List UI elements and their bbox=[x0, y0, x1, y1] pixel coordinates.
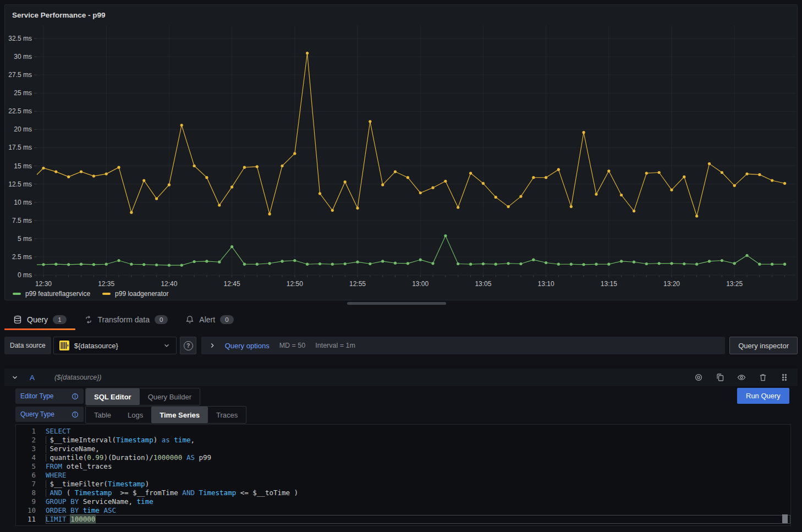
eye-icon[interactable] bbox=[737, 373, 746, 382]
transform-icon bbox=[84, 315, 93, 324]
svg-text:27.5 ms: 27.5 ms bbox=[8, 71, 32, 79]
info-circle-icon bbox=[72, 411, 79, 418]
database-icon bbox=[13, 315, 22, 324]
timeseries-panel: Service Performance - p99 0 ms2.5 ms5 ms… bbox=[4, 4, 798, 300]
datasource-toolbar: Data source ${datasource} ? Query option… bbox=[4, 337, 798, 354]
series-swatch-yellow bbox=[102, 293, 111, 295]
svg-text:13:00: 13:00 bbox=[412, 280, 429, 288]
svg-text:20 ms: 20 ms bbox=[14, 125, 32, 133]
svg-text:13:15: 13:15 bbox=[601, 280, 617, 288]
code-line[interactable]: 11LIMIT 100000 bbox=[16, 515, 790, 524]
clickhouse-icon bbox=[59, 341, 69, 350]
line-number: 7 bbox=[16, 480, 36, 489]
editor-type-label: Editor Type bbox=[15, 388, 84, 404]
code-line[interactable]: 1SELECT bbox=[16, 427, 790, 436]
svg-text:12:35: 12:35 bbox=[98, 280, 114, 288]
svg-text:2.5 ms: 2.5 ms bbox=[12, 253, 32, 261]
svg-text:22.5 ms: 22.5 ms bbox=[8, 107, 32, 115]
query-options-row[interactable]: Query options MD = 50 Interval = 1m bbox=[201, 337, 726, 354]
timeseries-chart[interactable]: 0 ms2.5 ms5 ms7.5 ms10 ms12.5 ms15 ms17.… bbox=[5, 5, 797, 300]
tab-label: Alert bbox=[199, 315, 215, 324]
trash-icon[interactable] bbox=[759, 373, 767, 382]
svg-text:25 ms: 25 ms bbox=[14, 89, 32, 97]
query-ref-id[interactable]: A bbox=[30, 374, 35, 382]
svg-text:10 ms: 10 ms bbox=[14, 199, 32, 206]
code-line[interactable]: 4 quantile(0.99)(Duration)/1000000 AS p9… bbox=[16, 453, 790, 462]
chevron-right-icon bbox=[208, 342, 216, 349]
query-row-actions bbox=[694, 373, 789, 382]
series-swatch-green bbox=[13, 293, 21, 295]
tab-query-count-badge: 1 bbox=[53, 315, 66, 324]
svg-text:5 ms: 5 ms bbox=[18, 235, 32, 243]
copy-icon[interactable] bbox=[716, 373, 724, 382]
line-number: 3 bbox=[16, 445, 36, 453]
legend-item-featureflagservice[interactable]: p99 featureflagservice bbox=[13, 290, 90, 298]
run-query-button[interactable]: Run Query bbox=[737, 388, 789, 404]
datasource-value: ${datasource} bbox=[74, 342, 158, 350]
query-options-interval: Interval = 1m bbox=[315, 342, 355, 349]
svg-text:17.5 ms: 17.5 ms bbox=[8, 144, 32, 151]
query-inspector-button[interactable]: Query inspector bbox=[729, 337, 798, 354]
legend-item-loadgenerator[interactable]: p99 loadgenerator bbox=[102, 290, 168, 298]
info-circle-icon bbox=[72, 393, 79, 400]
chevron-down-icon[interactable] bbox=[11, 374, 19, 381]
query-type-label: Query Type bbox=[15, 407, 84, 422]
query-type-logs[interactable]: Logs bbox=[119, 407, 151, 423]
donut-circle-icon[interactable] bbox=[694, 373, 703, 382]
code-line[interactable]: 10ORDER BY time ASC bbox=[16, 506, 790, 515]
drag-handle-icon[interactable] bbox=[780, 373, 789, 382]
line-number: 9 bbox=[16, 497, 36, 506]
chart-legend: p99 featureflagservice p99 loadgenerator bbox=[13, 290, 169, 298]
query-options-label: Query options bbox=[225, 342, 270, 350]
code-line[interactable]: 8 AND ( Timestamp >= $__fromTime AND Tim… bbox=[16, 489, 790, 497]
bell-icon bbox=[185, 315, 194, 324]
svg-text:30 ms: 30 ms bbox=[14, 53, 32, 61]
tab-query[interactable]: Query 1 bbox=[4, 309, 75, 330]
svg-text:12:40: 12:40 bbox=[161, 280, 177, 288]
query-type-traces[interactable]: Traces bbox=[208, 407, 246, 423]
legend-label: p99 loadgenerator bbox=[115, 290, 168, 298]
line-number: 6 bbox=[16, 471, 36, 480]
line-number: 8 bbox=[16, 489, 36, 497]
svg-text:13:10: 13:10 bbox=[538, 280, 554, 288]
editor-type-group: SQL Editor Query Builder bbox=[85, 388, 200, 405]
tab-transform-count-badge: 0 bbox=[155, 315, 168, 324]
editor-scrollbar-thumb[interactable] bbox=[782, 514, 788, 523]
code-line[interactable]: 3 ServiceName, bbox=[16, 445, 790, 453]
code-line[interactable]: 5FROM otel_traces bbox=[16, 462, 790, 471]
query-type-table[interactable]: Table bbox=[86, 407, 119, 423]
tab-transform-data[interactable]: Transform data 0 bbox=[75, 309, 177, 330]
code-line[interactable]: 9GROUP BY ServiceName, time bbox=[16, 497, 790, 506]
line-number: 11 bbox=[16, 515, 36, 524]
panel-resize-handle[interactable] bbox=[347, 302, 446, 305]
chevron-down-icon bbox=[163, 342, 171, 349]
query-row-header[interactable]: A (${datasource}) bbox=[4, 369, 798, 386]
datasource-label: Data source bbox=[4, 337, 51, 354]
svg-text:12:45: 12:45 bbox=[224, 280, 240, 288]
svg-text:13:20: 13:20 bbox=[663, 280, 680, 288]
tab-alert[interactable]: Alert 0 bbox=[177, 309, 242, 330]
svg-text:12:50: 12:50 bbox=[287, 280, 303, 288]
code-line[interactable]: 6WHERE bbox=[16, 471, 790, 480]
query-type-time-series[interactable]: Time Series bbox=[151, 407, 208, 423]
datasource-help-button[interactable]: ? bbox=[180, 337, 196, 354]
svg-text:15 ms: 15 ms bbox=[14, 162, 32, 170]
code-line[interactable]: 2 $__timeInterval(Timestamp) as time, bbox=[16, 436, 790, 445]
editor-type-query-builder[interactable]: Query Builder bbox=[140, 388, 200, 405]
line-number: 2 bbox=[16, 436, 36, 445]
query-options-md: MD = 50 bbox=[279, 342, 306, 349]
code-line[interactable]: 7 $__timeFilter(Timestamp) bbox=[16, 480, 790, 489]
line-number: 5 bbox=[16, 462, 36, 471]
datasource-picker[interactable]: ${datasource} bbox=[53, 337, 177, 354]
tab-label: Transform data bbox=[98, 315, 150, 324]
tab-label: Query bbox=[27, 315, 48, 324]
question-circle-icon: ? bbox=[184, 341, 193, 350]
grafana-query-editor-page: Service Performance - p99 0 ms2.5 ms5 ms… bbox=[0, 0, 802, 532]
editor-type-sql-editor[interactable]: SQL Editor bbox=[86, 388, 140, 405]
tab-alert-count-badge: 0 bbox=[220, 315, 233, 324]
svg-text:12:55: 12:55 bbox=[349, 280, 366, 288]
svg-text:0 ms: 0 ms bbox=[18, 271, 32, 279]
svg-text:13:25: 13:25 bbox=[726, 280, 743, 288]
panel-title[interactable]: Service Performance - p99 bbox=[12, 11, 106, 19]
sql-code-editor[interactable]: 1SELECT2 $__timeInterval(Timestamp) as t… bbox=[15, 424, 791, 526]
